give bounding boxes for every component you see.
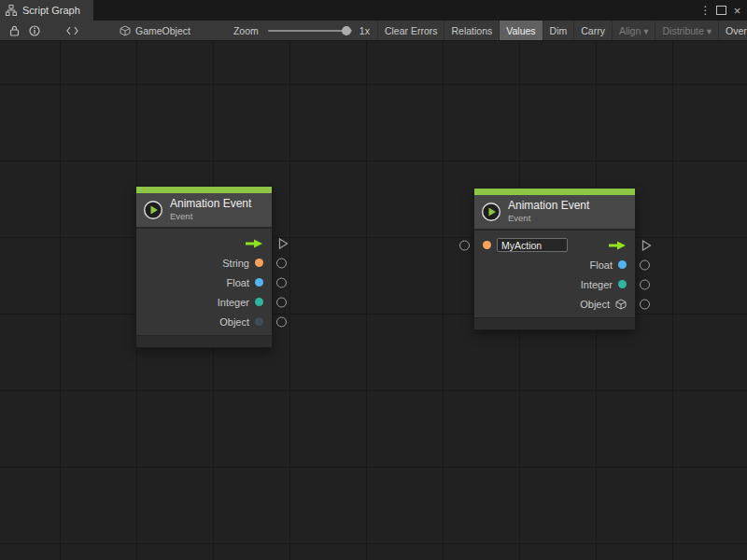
clear-errors-button[interactable]: Clear Errors [377,21,444,41]
script-graph-icon [6,5,17,16]
zoom-value: 1x [359,25,370,36]
node-animation-event-2[interactable]: Animation Event Event [474,189,635,329]
tab-title: Script Graph [22,5,80,16]
dim-button[interactable]: Dim [543,21,574,41]
node-accent-bar [136,187,272,193]
flow-output-port[interactable] [641,239,652,251]
node-body: String Float Integer Object [136,229,272,335]
string-type-icon [483,241,491,249]
action-name-field[interactable] [497,238,568,252]
string-type-icon [255,259,263,267]
code-icon[interactable] [62,21,82,40]
output-label: Object [580,299,610,310]
flow-arrow-icon [609,240,627,251]
align-button[interactable]: Align ▾ [612,21,655,41]
relations-button[interactable]: Relations [444,21,499,41]
lock-icon[interactable] [4,21,24,40]
window-menu-icon[interactable]: ⋮ [698,0,713,21]
output-row-object: Object [474,294,635,314]
output-row-object: Object [136,312,272,331]
distribute-button[interactable]: Distribute ▾ [655,21,718,41]
float-output-port[interactable] [276,277,287,287]
node-body: Float Integer Object [474,231,635,317]
flow-arrow-icon [246,238,263,249]
node-subtitle: Event [170,211,251,221]
zoom-slider-thumb[interactable] [342,26,351,35]
integer-type-icon [618,280,627,288]
output-label: Integer [581,279,613,290]
tab-script-graph[interactable]: Script Graph [0,0,93,21]
node-title: Animation Event [170,198,251,210]
integer-output-port[interactable] [276,297,287,307]
gameobject-icon [120,25,131,36]
script-graph-window: Script Graph ⋮ × [0,0,747,560]
info-icon[interactable] [24,21,45,40]
node-accent-bar [474,189,635,195]
output-label: Integer [218,297,249,308]
flow-output-row [136,233,272,253]
event-play-icon [143,200,163,220]
output-row-integer: Integer [136,292,272,312]
object-type-icon [255,317,263,326]
object-output-port[interactable] [276,316,287,327]
output-label: Float [590,259,613,271]
zoom-slider[interactable] [268,30,352,32]
flow-output-port[interactable] [278,237,289,249]
output-label: String [222,258,249,269]
float-output-port[interactable] [640,259,650,270]
string-output-port[interactable] [276,258,287,268]
integer-output-port[interactable] [640,279,650,289]
node-animation-event-1[interactable]: Animation Event Event [136,187,272,347]
target-label: GameObject [135,25,190,36]
output-row-integer: Integer [474,274,635,294]
node-footer [136,335,272,347]
name-input-port[interactable] [459,240,470,250]
graph-canvas[interactable]: Animation Event Event [0,41,747,560]
object-output-port[interactable] [640,299,650,309]
event-play-icon [481,202,501,222]
output-row-string: String [136,253,272,273]
output-label: Object [219,316,249,328]
object-cube-icon [615,299,627,310]
graph-toolbar: GameObject Zoom 1x Clear Errors Relation… [0,21,747,41]
close-icon[interactable]: × [729,0,745,21]
node-header[interactable]: Animation Event Event [474,195,635,231]
node-header[interactable]: Animation Event Event [136,193,272,229]
float-type-icon [618,260,627,269]
node-subtitle: Event [508,213,589,223]
output-row-float: Float [474,255,635,274]
carry-button[interactable]: Carry [573,21,612,41]
integer-type-icon [255,298,263,306]
maximize-icon[interactable] [713,0,729,21]
name-input-row [474,235,635,255]
output-row-float: Float [136,273,272,292]
window-titlebar: Script Graph ⋮ × [0,0,747,21]
zoom-label: Zoom [233,25,259,36]
node-title: Animation Event [508,200,589,212]
node-footer [474,317,635,329]
output-label: Float [227,277,249,288]
target-gameobject[interactable]: GameObject [120,25,190,36]
values-button[interactable]: Values [499,21,542,41]
overview-button[interactable]: Overview [718,21,747,41]
float-type-icon [255,278,263,287]
